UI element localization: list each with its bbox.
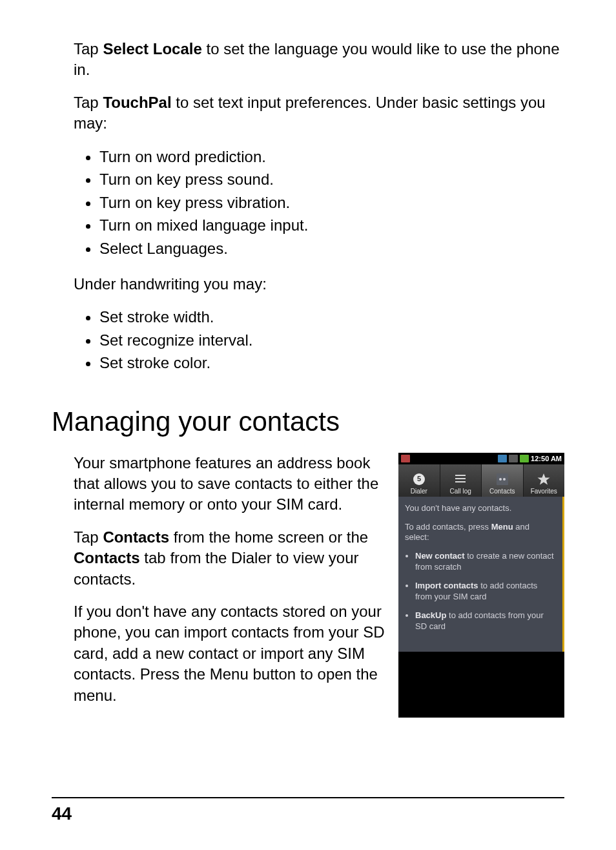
tab-label: Call log: [450, 488, 471, 495]
two-column-section: Your smartphone features an address book…: [74, 453, 564, 718]
paragraph: Under handwriting you may:: [74, 274, 564, 295]
status-time: 12:50 AM: [531, 455, 562, 462]
contacts-icon: [494, 472, 511, 486]
phone-status-bar: 12:50 AM: [398, 453, 564, 464]
phone-screenshot: 12:50 AM 5 Dialer Call log Contacts: [398, 453, 564, 718]
svg-rect-2: [455, 475, 466, 476]
section-heading: Managing your contacts: [52, 406, 564, 437]
bullet-list: Set stroke width. Set recognize interval…: [74, 306, 564, 374]
paragraph: Tap Contacts from the home screen or the…: [74, 527, 387, 590]
phone-tab-bar: 5 Dialer Call log Contacts Fav: [398, 464, 564, 497]
bold-text: Contacts: [103, 528, 169, 546]
list-item: Turn on word prediction.: [99, 146, 564, 168]
text: To add contacts, press: [405, 522, 491, 532]
list-item: Turn on key press vibration.: [99, 192, 564, 214]
list-item: Select Languages.: [99, 238, 564, 260]
sdcard-icon: [401, 455, 410, 462]
text: from the home screen or the: [169, 528, 368, 546]
list-item: Turn on mixed language input.: [99, 214, 564, 236]
status-right: 12:50 AM: [498, 455, 562, 462]
text: Tap: [74, 94, 103, 111]
list-item: Set stroke width.: [99, 306, 564, 328]
text: Tap: [74, 40, 103, 57]
footer-rule: [52, 797, 564, 798]
tab-favorites[interactable]: Favorites: [524, 464, 565, 497]
svg-rect-4: [455, 481, 466, 482]
tab-call-log[interactable]: Call log: [440, 464, 482, 497]
svg-rect-3: [455, 478, 466, 479]
phone-text: To add contacts, press Menu and select:: [405, 522, 556, 544]
battery-icon: [520, 455, 529, 462]
tab-dialer[interactable]: 5 Dialer: [398, 464, 440, 497]
dialer-icon: 5: [411, 472, 427, 486]
text-column: Your smartphone features an address book…: [74, 453, 387, 718]
list-item: Turn on key press sound.: [99, 169, 564, 191]
tab-label: Dialer: [411, 488, 427, 495]
paragraph: Your smartphone features an address book…: [74, 453, 387, 515]
phone-list: New contact to create a new contact from…: [415, 551, 556, 632]
paragraph: Tap Select Locale to set the language yo…: [74, 39, 564, 81]
svg-rect-5: [497, 473, 508, 485]
phone-body: You don't have any contacts. To add cont…: [398, 497, 564, 652]
tab-contacts[interactable]: Contacts: [482, 464, 524, 497]
svg-text:5: 5: [417, 475, 421, 482]
signal-icon: [498, 455, 507, 462]
list-item: Set stroke color.: [99, 352, 564, 374]
status-left: [401, 455, 410, 462]
paragraph: If you don't have any contacts stored on…: [74, 601, 387, 706]
bold-text: Import contacts: [415, 581, 478, 590]
tab-label: Contacts: [489, 488, 515, 495]
text: Tap: [74, 528, 103, 546]
bullet-list: Turn on word prediction. Turn on key pre…: [74, 146, 564, 260]
phone-text: You don't have any contacts.: [405, 503, 556, 514]
signal-icon: [509, 455, 518, 462]
calllog-icon: [452, 472, 469, 486]
svg-point-7: [503, 478, 506, 481]
svg-point-6: [499, 478, 502, 481]
bold-text: New contact: [415, 551, 465, 561]
phone-list-item: Import contacts to add contacts from you…: [415, 581, 556, 603]
svg-marker-8: [538, 473, 550, 485]
bold-text: Contacts: [74, 549, 140, 566]
bold-text: BackUp: [415, 610, 446, 620]
phone-list-item: New contact to create a new contact from…: [415, 551, 556, 573]
bold-text: Select Locale: [103, 40, 201, 57]
bold-text: TouchPal: [103, 94, 171, 111]
bold-text: Menu: [491, 522, 513, 532]
favorites-icon: [535, 472, 552, 486]
tab-label: Favorites: [531, 488, 557, 495]
phone-list-item: BackUp to add contacts from your SD card: [415, 610, 556, 632]
list-item: Set recognize interval.: [99, 329, 564, 351]
page-number: 44: [52, 803, 72, 824]
paragraph: Tap TouchPal to set text input preferenc…: [74, 92, 564, 134]
